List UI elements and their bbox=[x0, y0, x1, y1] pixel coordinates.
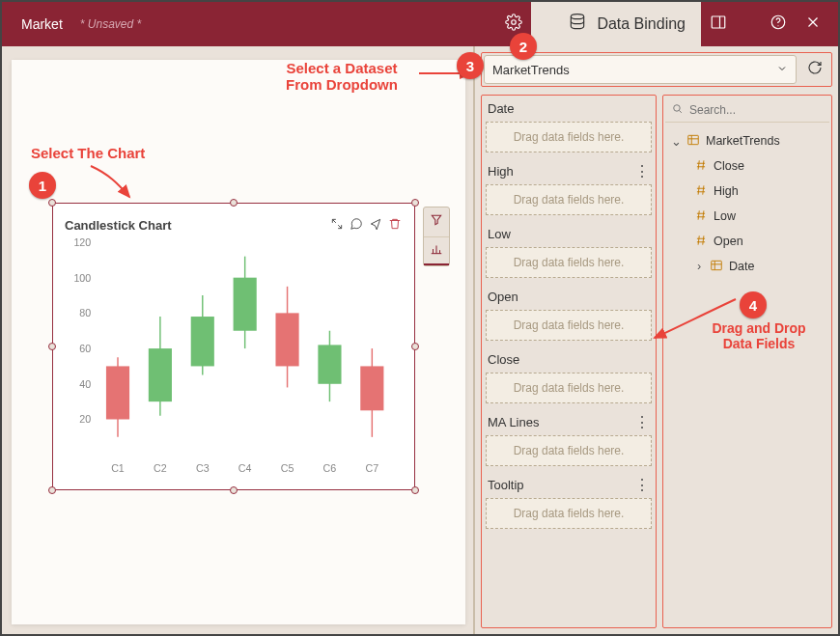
svg-line-58 bbox=[698, 235, 699, 244]
tab-data-binding[interactable]: Data Binding bbox=[531, 2, 701, 46]
binding-dropzone[interactable]: Drag data fields here. bbox=[486, 435, 652, 466]
close-button[interactable] bbox=[796, 2, 830, 46]
tree-field-open[interactable]: Open bbox=[667, 229, 827, 254]
binding-slot-label: Open bbox=[488, 290, 518, 304]
panels-button[interactable] bbox=[701, 2, 736, 46]
svg-text:20: 20 bbox=[79, 413, 91, 425]
binding-slot-tooltip: Tooltip⋮ Drag data fields here. bbox=[484, 476, 654, 529]
dataset-refresh-button[interactable] bbox=[800, 55, 829, 84]
bar-chart-icon bbox=[430, 242, 443, 260]
annotation-badge-1: 1 bbox=[29, 172, 56, 199]
database-icon bbox=[568, 13, 587, 36]
svg-rect-2 bbox=[712, 16, 725, 28]
annotation-badge-2: 2 bbox=[510, 33, 537, 60]
svg-rect-17 bbox=[149, 348, 172, 401]
document-name: Market bbox=[10, 16, 74, 32]
slot-menu-button[interactable]: ⋮ bbox=[634, 480, 650, 491]
binding-slot-label: MA Lines bbox=[488, 415, 539, 429]
svg-text:C2: C2 bbox=[154, 462, 167, 474]
svg-point-5 bbox=[777, 25, 778, 26]
svg-rect-27 bbox=[360, 366, 383, 410]
chart-type-button[interactable] bbox=[424, 236, 449, 265]
refresh-icon bbox=[807, 60, 823, 79]
field-search-input[interactable] bbox=[689, 103, 832, 117]
tree-label: Close bbox=[714, 159, 744, 173]
svg-text:C3: C3 bbox=[196, 462, 210, 474]
binding-slot-label: Low bbox=[488, 227, 511, 241]
tree-label: High bbox=[714, 184, 739, 198]
help-button[interactable] bbox=[761, 2, 796, 46]
tab-data-binding-label: Data Binding bbox=[597, 15, 686, 33]
binding-slot-close: Close Drag data fields here. bbox=[484, 350, 654, 403]
svg-rect-19 bbox=[191, 317, 214, 366]
svg-text:80: 80 bbox=[79, 307, 91, 318]
annotation-badge-4: 4 bbox=[740, 291, 767, 318]
svg-text:C1: C1 bbox=[111, 462, 125, 474]
binding-slot-ma-lines: MA Lines⋮ Drag data fields here. bbox=[484, 413, 654, 466]
binding-slot-label: Close bbox=[488, 352, 519, 367]
resize-handle[interactable] bbox=[48, 199, 56, 207]
trash-icon bbox=[388, 217, 402, 234]
titlebar: Market * Unsaved * Data Binding bbox=[2, 2, 838, 46]
binding-dropzone[interactable]: Drag data fields here. bbox=[486, 498, 652, 529]
number-icon bbox=[694, 234, 708, 250]
tree-label: Date bbox=[729, 260, 754, 273]
binding-dropzone[interactable]: Drag data fields here. bbox=[486, 310, 652, 341]
svg-text:C7: C7 bbox=[365, 462, 378, 474]
chevron-down-icon bbox=[776, 63, 788, 77]
tree-label: Low bbox=[714, 209, 736, 223]
design-canvas[interactable]: Candlestick Chart 20406080100120C1C2C3C4… bbox=[2, 46, 475, 634]
svg-point-1 bbox=[572, 14, 584, 19]
binding-dropzone[interactable]: Drag data fields here. bbox=[486, 247, 652, 278]
panel-layout-icon bbox=[710, 14, 727, 35]
document-status: * Unsaved * bbox=[74, 17, 141, 31]
svg-text:C6: C6 bbox=[323, 462, 337, 474]
svg-rect-60 bbox=[712, 261, 722, 269]
svg-text:C4: C4 bbox=[238, 462, 252, 474]
help-icon bbox=[770, 14, 787, 35]
binding-slot-open: Open Drag data fields here. bbox=[484, 288, 654, 341]
binding-dropzone[interactable]: Drag data fields here. bbox=[486, 373, 652, 403]
binding-slot-label: Tooltip bbox=[488, 478, 524, 492]
table-icon bbox=[710, 259, 723, 275]
resize-handle[interactable] bbox=[48, 343, 56, 350]
svg-text:C5: C5 bbox=[281, 462, 294, 474]
chart-delete-button[interactable] bbox=[385, 215, 405, 235]
tree-label: MarketTrends bbox=[706, 134, 780, 148]
resize-handle[interactable] bbox=[230, 486, 238, 494]
tree-label: Open bbox=[714, 235, 743, 248]
resize-handle[interactable] bbox=[411, 486, 419, 494]
svg-text:40: 40 bbox=[79, 378, 91, 390]
svg-point-0 bbox=[512, 20, 517, 25]
close-icon bbox=[804, 14, 822, 35]
svg-rect-15 bbox=[106, 366, 129, 419]
svg-rect-23 bbox=[275, 313, 298, 366]
report-page[interactable]: Candlestick Chart 20406080100120C1C2C3C4… bbox=[12, 60, 465, 624]
svg-rect-25 bbox=[318, 345, 341, 383]
annotation-badge-3: 3 bbox=[457, 52, 484, 79]
svg-line-59 bbox=[703, 235, 704, 244]
binding-slot-low: Low Drag data fields here. bbox=[484, 225, 654, 278]
tree-field-date[interactable]: ›Date bbox=[667, 254, 827, 279]
resize-handle[interactable] bbox=[411, 343, 419, 350]
gear-icon bbox=[505, 14, 522, 35]
svg-text:60: 60 bbox=[79, 343, 91, 354]
resize-handle[interactable] bbox=[48, 486, 56, 494]
slot-menu-button[interactable]: ⋮ bbox=[634, 417, 650, 429]
